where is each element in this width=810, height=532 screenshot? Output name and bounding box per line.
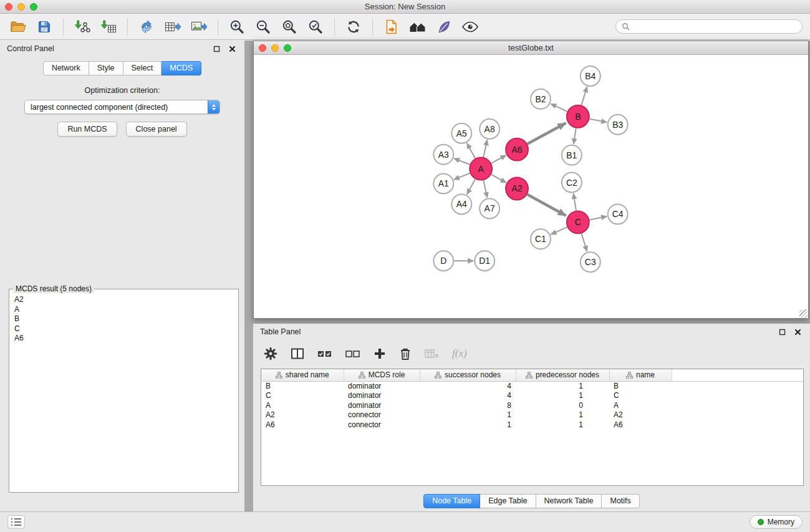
graph-node-A8[interactable]: A8 [480,119,499,139]
control-tab-select[interactable]: Select [123,61,162,75]
table-tab-network-table[interactable]: Network Table [536,494,602,508]
table-settings-button[interactable] [263,346,278,361]
table-row[interactable]: Cdominator41C [261,391,803,401]
table-tab-motifs[interactable]: Motifs [602,494,639,508]
graph-node-B2[interactable]: B2 [531,89,551,109]
cell-mcds-role[interactable]: dominator [344,391,420,401]
cell-predecessor-nodes[interactable]: 1 [516,391,609,401]
cell-predecessor-nodes[interactable]: 1 [516,381,609,391]
resize-grip[interactable] [799,309,808,317]
document-share-button[interactable] [380,16,403,38]
graph-node-D1[interactable]: D1 [475,251,494,271]
cell-shared-name[interactable]: B [261,381,344,391]
graph-node-B3[interactable]: B3 [608,115,628,135]
column-header-mcds-role[interactable]: MCDS role [344,369,420,381]
close-panel-button[interactable]: Close panel [126,122,187,137]
cell-mcds-role[interactable]: connector [344,410,420,420]
mcds-result-item[interactable]: C [11,324,237,334]
graph-node-A5[interactable]: A5 [451,123,471,143]
search-input[interactable] [633,22,796,32]
graph-edge-C-C2[interactable] [574,193,576,210]
cell-shared-name[interactable]: C [261,391,344,401]
network-canvas[interactable]: B4B2BB3A8A5A6A3B1AC2A1A2A4A7C4CC1C3DD1 [254,55,808,318]
table-row[interactable]: Bdominator41B [261,381,803,391]
control-tab-mcds[interactable]: MCDS [162,61,201,75]
zoom-fit-button[interactable] [277,16,301,38]
graph-node-C2[interactable]: C2 [562,173,582,193]
memory-button[interactable]: Memory [750,515,803,529]
graph-edge-B-B1[interactable] [574,128,576,144]
graph-node-A4[interactable]: A4 [451,194,471,214]
mcds-result-item[interactable]: A [11,305,237,315]
graph-edge-A-A7[interactable] [483,180,487,198]
cell-predecessor-nodes[interactable]: 1 [516,410,609,420]
float-table-panel-button[interactable] [776,326,788,337]
cell-mcds-role[interactable]: dominator [344,401,420,411]
deselect-all-button[interactable] [345,346,361,361]
mcds-result-item[interactable]: B [11,314,237,324]
cell-successor-nodes[interactable]: 4 [420,381,516,391]
graph-node-A6[interactable]: A6 [506,138,528,161]
table-row[interactable]: A2connector11A2 [261,410,803,420]
add-column-button[interactable] [373,347,387,360]
cell-name[interactable]: C [609,391,672,401]
zoom-selected-button[interactable] [304,16,327,38]
graph-edge-A-A2[interactable] [491,175,506,183]
control-tab-style[interactable]: Style [89,61,123,75]
graph-edge-A-A8[interactable] [483,140,487,157]
cell-successor-nodes[interactable]: 1 [420,420,516,430]
zoom-window-button[interactable] [30,3,37,11]
graph-edge-A2-C[interactable] [528,195,566,216]
graph-node-C1[interactable]: C1 [531,229,551,249]
graph-node-C[interactable]: C [567,211,589,233]
cell-predecessor-nodes[interactable]: 0 [516,401,609,411]
export-network-button[interactable] [135,16,158,38]
annotation-button[interactable] [432,16,456,38]
close-table-panel-button[interactable] [792,326,803,337]
graph-node-D[interactable]: D [433,251,453,271]
open-session-button[interactable] [6,16,30,38]
graph-edge-A-A5[interactable] [467,143,475,158]
graph-node-A3[interactable]: A3 [433,145,453,165]
zoom-out-button[interactable] [251,16,275,38]
refresh-layout-button[interactable] [342,16,365,38]
float-panel-button[interactable] [211,43,222,54]
close-network-window-button[interactable] [259,44,266,52]
cell-mcds-role[interactable]: connector [344,420,420,430]
close-window-button[interactable] [5,3,12,11]
column-header-successor-nodes[interactable]: successor nodes [420,369,516,381]
optimization-criterion-select[interactable]: largest connected component (directed) [24,100,220,114]
save-session-button[interactable] [32,16,56,38]
zoom-network-window-button[interactable] [284,44,291,52]
graph-node-B1[interactable]: B1 [562,145,582,165]
graphics-details-button[interactable] [458,16,482,38]
minimize-window-button[interactable] [17,3,25,11]
graph-edge-C-C4[interactable] [589,216,607,220]
zoom-in-button[interactable] [225,16,249,38]
mcds-result-item[interactable]: A6 [11,334,237,344]
graph-edge-A-A6[interactable] [491,155,506,163]
graph-node-B4[interactable]: B4 [581,66,600,86]
graph-edge-A6-B[interactable] [528,123,566,143]
table-row[interactable]: Adominator80A [261,401,803,411]
task-history-button[interactable] [7,515,25,529]
cell-name[interactable]: A2 [609,410,672,420]
mcds-result-item[interactable]: A2 [11,295,237,305]
graph-edge-B-B2[interactable] [551,104,567,111]
close-control-panel-button[interactable] [226,43,238,54]
graph-node-A[interactable]: A [470,158,492,180]
graph-edge-B-B4[interactable] [581,87,587,105]
import-network-button[interactable] [70,16,94,38]
run-mcds-button[interactable]: Run MCDS [57,122,117,137]
cell-shared-name[interactable]: A [261,401,344,411]
cell-successor-nodes[interactable]: 8 [420,401,516,411]
graph-edge-C-C1[interactable] [551,227,567,235]
column-header-shared-name[interactable]: shared name [261,369,344,381]
cell-mcds-role[interactable]: dominator [344,381,420,391]
cell-successor-nodes[interactable]: 1 [420,410,516,420]
cell-successor-nodes[interactable]: 4 [420,391,516,401]
graph-node-B[interactable]: B [567,105,589,128]
graph-node-C3[interactable]: C3 [581,252,600,272]
graph-node-A1[interactable]: A1 [433,174,453,194]
graph-edge-B-B3[interactable] [589,119,607,123]
